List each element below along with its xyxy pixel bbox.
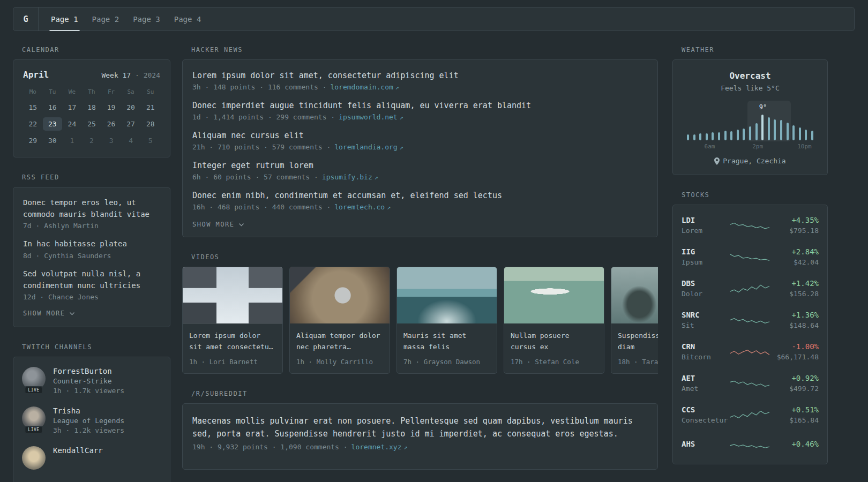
stock-name: Amet (682, 385, 729, 393)
app-logo[interactable]: G (13, 7, 39, 31)
calendar-day: 20 (121, 101, 141, 114)
stock-sparkline (729, 249, 770, 265)
video-title[interactable]: Suspendisse diam (618, 330, 658, 353)
video-thumbnail[interactable] (611, 267, 658, 323)
weather-bar (755, 123, 758, 140)
stock-name: Lorem (682, 227, 729, 235)
hn-item-meta: 1d · 1,414 points · 299 comments ·ipsumw… (192, 113, 648, 121)
weather-bar (761, 115, 764, 140)
external-link-icon: ↗ (375, 174, 378, 181)
calendar-widget: April Week 17 · 2024 Mo Tu We Th Fr Sa (13, 59, 170, 157)
stock-symbol: SNRC (682, 311, 729, 319)
channel-name[interactable]: ForrestBurton (53, 367, 124, 375)
video-card[interactable]: Suspendisse diam 18h · Tara (611, 267, 658, 374)
live-badge: LIVE (24, 386, 43, 394)
stock-symbol: LDI (682, 216, 729, 224)
channel-info: ForrestBurton Counter-Strike 1h · 1.7k v… (53, 367, 124, 395)
rss-item-title[interactable]: Sed volutpat nulla nisl, a condimentum n… (23, 268, 160, 291)
channel-name[interactable]: KendallCarr (53, 446, 103, 455)
tab-page-4[interactable]: Page 4 (167, 7, 208, 31)
stock-symbol: CCS (682, 405, 729, 414)
rss-section-title: RSS FEED (22, 174, 170, 181)
hn-item-title[interactable]: Lorem ipsum dolor sit amet, consectetur … (192, 71, 648, 80)
video-title[interactable]: Nullam posuere cursus ex (511, 330, 597, 353)
hn-item-title[interactable]: Aliquam nec cursus elit (192, 131, 648, 140)
video-card[interactable]: Nullam posuere cursus ex 17h · Stefan Co… (504, 267, 604, 374)
video-title[interactable]: Lorem ipsum dolor sit amet consectetu… (189, 330, 276, 353)
hn-item-domain-link[interactable]: loremlandia.org (334, 143, 397, 151)
video-title[interactable]: Aliquam tempor dolor nec pharetra… (296, 330, 383, 353)
video-title[interactable]: Mauris sit amet massa felis (403, 330, 490, 353)
stock-values: +0.46% (770, 440, 819, 450)
weather-bar (712, 132, 714, 140)
subreddit-section-title: /R/SUBREDDIT (191, 390, 658, 397)
twitch-channel-row[interactable]: LIVE Trisha League of Legends 3h · 1.2k … (22, 406, 161, 434)
reddit-post-title[interactable]: Maecenas mollis pulvinar erat non posuer… (192, 415, 648, 440)
hn-item-title[interactable]: Donec imperdiet augue tincidunt felis al… (192, 101, 648, 110)
stock-sparkline (729, 281, 770, 297)
channel-viewers: 1h · 1.7k viewers (53, 387, 124, 395)
hn-item-meta: 3h · 148 points · 116 comments ·loremdom… (192, 83, 648, 91)
calendar-day: 30 (43, 134, 63, 147)
video-meta: 1h · Molly Carrillo (296, 358, 383, 366)
twitch-channel-row[interactable]: LIVE ForrestBurton Counter-Strike 1h · 1… (22, 367, 161, 395)
avatar-image (22, 446, 46, 470)
weather-time-axis: 6am2pm10pm (687, 143, 813, 150)
rss-item-title[interactable]: In hac habitasse platea (23, 238, 160, 250)
video-meta: 18h · Tara (618, 358, 658, 366)
weather-location-row: Prague, Czechia (683, 157, 818, 165)
hn-item-domain-link[interactable]: loremdomain.com (330, 83, 393, 91)
stock-change: +0.51% (770, 405, 819, 414)
reddit-post-domain-link[interactable]: loremnet.xyz (351, 443, 402, 451)
hn-item-title[interactable]: Integer eget rutrum lorem (192, 161, 648, 170)
video-card[interactable]: Lorem ipsum dolor sit amet consectetu… 1… (182, 267, 283, 374)
stock-name: Dolor (682, 290, 729, 298)
channel-category[interactable]: League of Legends (53, 417, 124, 425)
tab-page-1[interactable]: Page 1 (44, 7, 85, 31)
weather-bar (687, 134, 689, 140)
hn-item-domain-link[interactable]: loremtech.co (334, 203, 385, 211)
weather-bar (749, 126, 751, 140)
channel-name[interactable]: Trisha (53, 406, 124, 415)
video-thumbnail[interactable] (183, 267, 282, 323)
stock-identity: AET Amet (682, 374, 729, 393)
tab-page-3[interactable]: Page 3 (126, 7, 167, 31)
calendar-day: 27 (121, 117, 141, 131)
rss-item-title[interactable]: Donec tempor eros leo, ut commodo mauris… (23, 197, 160, 220)
calendar-day: 21 (140, 101, 160, 114)
tab-page-2[interactable]: Page 2 (85, 7, 126, 31)
weather-bar (724, 131, 727, 140)
video-card[interactable]: Aliquam tempor dolor nec pharetra… 1h · … (289, 267, 390, 374)
channel-category[interactable]: Counter-Strike (53, 377, 124, 385)
hacker-news-section: HACKER NEWS Lorem ipsum dolor sit amet, … (182, 46, 658, 237)
stock-row: IIG Ipsum +2.84% $42.04 (682, 241, 819, 273)
calendar-section: CALENDAR April Week 17 · 2024 Mo Tu We (13, 46, 170, 157)
channel-avatar (22, 446, 46, 470)
calendar-day: 19 (101, 101, 121, 114)
video-card[interactable]: Mauris sit amet massa felis 7h · Grayson… (396, 267, 497, 374)
hn-item-title[interactable]: Donec enim nibh, condimentum et accumsan… (192, 191, 648, 200)
twitch-channel-row[interactable]: KendallCarr (22, 446, 161, 470)
calendar-day-next-month: 3 (101, 134, 121, 147)
stock-values: +4.35% $795.18 (770, 216, 819, 235)
stock-row: LDI Lorem +4.35% $795.18 (682, 209, 819, 241)
channel-avatar: LIVE (22, 406, 46, 430)
weather-time-label: 6am (705, 143, 715, 150)
videos-carousel[interactable]: Lorem ipsum dolor sit amet consectetu… 1… (182, 267, 658, 374)
video-thumbnail[interactable] (504, 267, 604, 323)
subreddit-section: /R/SUBREDDIT Maecenas mollis pulvinar er… (182, 390, 658, 470)
hn-show-more-button[interactable]: SHOW MORE (192, 221, 648, 228)
stock-price: $795.18 (770, 227, 819, 235)
middle-column: HACKER NEWS Lorem ipsum dolor sit amet, … (182, 46, 658, 482)
video-thumbnail[interactable] (290, 267, 390, 323)
stocks-section: STOCKS LDI Lorem +4.35% $795.18 (672, 191, 828, 464)
weather-bar (780, 120, 782, 140)
dot-separator: · (135, 71, 139, 79)
hn-item-domain-link[interactable]: ipsumify.biz (322, 173, 372, 181)
rss-show-more-button[interactable]: SHOW MORE (23, 310, 160, 317)
hn-item-domain-link[interactable]: ipsumworld.net (339, 113, 398, 121)
stock-symbol: AHS (682, 440, 729, 448)
video-thumbnail[interactable] (397, 267, 497, 323)
stock-identity: CRN Bitcorn (682, 342, 729, 361)
calendar-dow: Tu (43, 88, 63, 97)
